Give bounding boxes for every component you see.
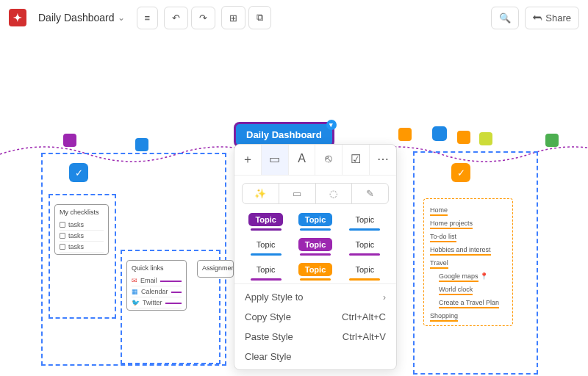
list-item[interactable]: ✉Email bbox=[132, 275, 182, 286]
style-preset[interactable]: Topic bbox=[343, 213, 387, 231]
document-title: Daily Dashboard bbox=[38, 12, 115, 24]
expand-icon[interactable]: ▾ bbox=[326, 120, 337, 130]
chevron-right-icon: › bbox=[383, 292, 386, 303]
list-item[interactable]: Hobbies and interest bbox=[430, 246, 491, 256]
checkbox-icon bbox=[60, 244, 65, 250]
plus-icon: ＋ bbox=[242, 153, 254, 165]
node-blue-2[interactable] bbox=[432, 126, 447, 141]
search-button[interactable]: 🔍 bbox=[491, 7, 519, 29]
assignments-card[interactable]: Assignments bbox=[197, 260, 234, 278]
style-preset[interactable]: Topic bbox=[343, 238, 387, 256]
list-item[interactable]: To-do list bbox=[430, 233, 456, 242]
checkbox-icon bbox=[60, 233, 65, 239]
undo-button[interactable]: ↶ bbox=[164, 7, 188, 29]
redo-button[interactable]: ↷ bbox=[191, 7, 215, 29]
email-icon: ✉ bbox=[132, 277, 137, 284]
rect-icon: ▭ bbox=[269, 153, 280, 165]
structure-icon: ⎋ bbox=[325, 152, 332, 164]
format-popup: ＋ ▭ A ⎋ ☑ ⋯ ✨ ▭ ◌ ✎ TopicTopicTopicTopic… bbox=[234, 144, 397, 370]
top-toolbar: ✦ Daily Dashboard ⌄ ≡ ↶ ↷ ⊞ ⧉ 🔍 ⮪ Share bbox=[0, 0, 588, 35]
checkbox-icon: ☑ bbox=[351, 153, 361, 165]
rect-icon: ▭ bbox=[293, 188, 301, 199]
pen-icon: ✎ bbox=[366, 188, 374, 199]
style-preset[interactable]: Topic bbox=[293, 238, 337, 256]
menu-button[interactable]: ≡ bbox=[137, 7, 159, 29]
style-preset[interactable]: Topic bbox=[343, 263, 387, 281]
list-item[interactable]: Travel bbox=[430, 259, 448, 269]
shape-button[interactable]: ▭ bbox=[262, 145, 289, 175]
layout-group: ⊞ ⧉ bbox=[221, 6, 271, 29]
check-node-blue[interactable]: ✓ bbox=[69, 163, 88, 182]
popup-toolbar: ＋ ▭ A ⎋ ☑ ⋯ bbox=[234, 145, 396, 176]
clear-style[interactable]: Clear Style bbox=[234, 347, 396, 366]
list-item[interactable]: 🐦Twitter bbox=[132, 297, 182, 308]
layout-button-2[interactable]: ⧉ bbox=[248, 6, 271, 29]
list-item[interactable]: World clock bbox=[439, 286, 473, 295]
list-item[interactable]: tasks bbox=[60, 220, 104, 231]
style-preset[interactable]: Topic bbox=[243, 238, 288, 256]
node-orange-2[interactable] bbox=[457, 131, 470, 144]
tab-magic[interactable]: ✨ bbox=[243, 184, 279, 203]
copy-style[interactable]: Copy StyleCtrl+Alt+C bbox=[234, 307, 396, 327]
tab-pen[interactable]: ✎ bbox=[352, 184, 388, 203]
pin-icon: 📍 bbox=[480, 272, 488, 280]
node-orange-1[interactable] bbox=[398, 128, 412, 141]
structure-button[interactable]: ⎋ bbox=[315, 145, 343, 175]
list-item[interactable]: ▦Calendar bbox=[132, 286, 182, 297]
home-title: Home bbox=[430, 206, 448, 216]
tab-shape[interactable]: ▭ bbox=[279, 184, 316, 203]
layout-icon: ⊞ bbox=[229, 12, 237, 24]
document-title-dropdown[interactable]: Daily Dashboard ⌄ bbox=[32, 9, 131, 26]
canvas[interactable]: ✓ ✓ My checklists tasks tasks tasks Quic… bbox=[0, 35, 588, 376]
apply-style-to[interactable]: Apply Style to› bbox=[234, 287, 396, 307]
undo-icon: ↶ bbox=[172, 12, 180, 24]
style-preset[interactable]: Topic bbox=[243, 263, 288, 281]
quicklinks-title: Quick links bbox=[132, 264, 182, 272]
node-lime[interactable] bbox=[479, 132, 492, 145]
twitter-icon: 🐦 bbox=[132, 299, 140, 306]
paste-style[interactable]: Paste StyleCtrl+Alt+V bbox=[234, 327, 396, 347]
app-logo-icon: ✦ bbox=[9, 9, 26, 26]
drop-icon: ◌ bbox=[329, 188, 337, 199]
undo-redo-group: ↶ ↷ bbox=[164, 7, 215, 29]
tab-fill[interactable]: ◌ bbox=[316, 184, 353, 203]
list-item[interactable]: tasks bbox=[60, 231, 104, 242]
home-card[interactable]: Home Home projects To-do list Hobbies an… bbox=[423, 198, 513, 326]
search-icon: 🔍 bbox=[499, 12, 511, 24]
list-item[interactable]: Create a Travel Plan bbox=[439, 299, 499, 308]
style-menu: Apply Style to› Copy StyleCtrl+Alt+C Pas… bbox=[234, 283, 396, 369]
list-item[interactable]: Google maps bbox=[439, 272, 478, 282]
node-purple[interactable] bbox=[63, 134, 76, 147]
redo-icon: ↷ bbox=[199, 12, 207, 24]
list-item[interactable]: tasks bbox=[60, 242, 104, 253]
style-preset[interactable]: Topic bbox=[293, 213, 337, 231]
style-grid: TopicTopicTopicTopicTopicTopicTopicTopic… bbox=[234, 209, 396, 282]
checkbox-button[interactable]: ☑ bbox=[343, 145, 370, 175]
node-green[interactable] bbox=[545, 134, 559, 147]
list-item[interactable]: Home projects bbox=[430, 220, 473, 229]
hamburger-icon: ≡ bbox=[145, 12, 151, 24]
share-button[interactable]: ⮪ Share bbox=[525, 7, 579, 29]
check-node-orange[interactable]: ✓ bbox=[451, 163, 470, 182]
share-label: Share bbox=[545, 12, 571, 24]
more-icon: ⋯ bbox=[377, 153, 389, 165]
wand-icon: ✨ bbox=[254, 188, 266, 199]
list-item[interactable]: Shopping bbox=[430, 312, 458, 322]
style-tabs: ✨ ▭ ◌ ✎ bbox=[242, 183, 389, 204]
text-button[interactable]: A bbox=[289, 145, 316, 175]
calendar-icon: ▦ bbox=[132, 288, 138, 295]
more-button[interactable]: ⋯ bbox=[370, 145, 396, 175]
quicklinks-card[interactable]: Quick links ✉Email ▦Calendar 🐦Twitter bbox=[126, 260, 187, 311]
style-preset[interactable]: Topic bbox=[293, 263, 337, 281]
text-icon: A bbox=[298, 152, 306, 164]
layout-button-1[interactable]: ⊞ bbox=[221, 6, 245, 29]
share-icon: ⮪ bbox=[533, 12, 542, 24]
node-blue[interactable] bbox=[135, 138, 148, 151]
chevron-down-icon: ⌄ bbox=[118, 12, 125, 23]
layout-alt-icon: ⧉ bbox=[257, 12, 263, 24]
checklists-card[interactable]: My checklists tasks tasks tasks bbox=[54, 204, 109, 255]
checklists-title: My checklists bbox=[60, 209, 104, 216]
add-button[interactable]: ＋ bbox=[234, 145, 262, 175]
style-preset[interactable]: Topic bbox=[243, 213, 288, 231]
assignments-title: Assignments bbox=[202, 264, 229, 272]
